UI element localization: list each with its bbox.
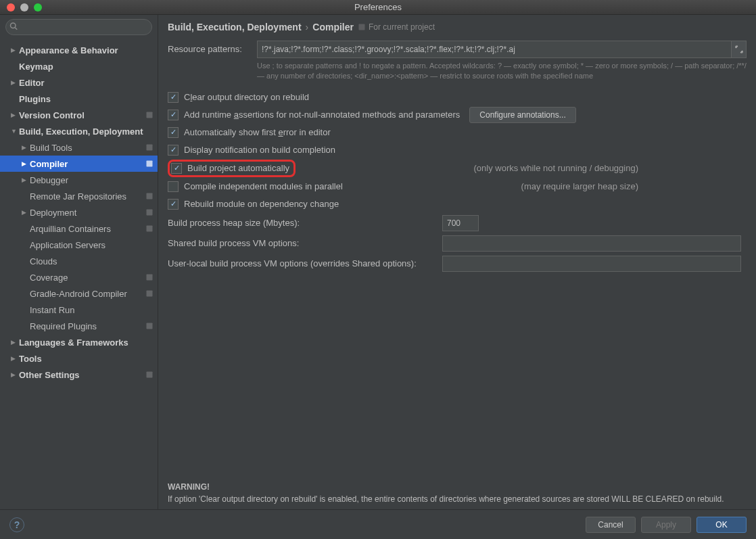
- sidebar-item-application-servers[interactable]: ▶Application Servers: [0, 237, 158, 253]
- user-vm-label: User-local build process VM options (ove…: [168, 258, 442, 268]
- chevron-right-icon: ▶: [11, 371, 19, 378]
- svg-point-0: [11, 23, 16, 28]
- user-vm-input[interactable]: [442, 256, 741, 272]
- compile-parallel-note: (may require larger heap size): [521, 181, 747, 191]
- sidebar-item-plugins[interactable]: ▶Plugins: [0, 91, 158, 107]
- chevron-right-icon: ▶: [11, 339, 19, 346]
- sidebar-item-label: Build, Execution, Deployment: [19, 126, 158, 137]
- sidebar-item-deployment[interactable]: ▶Deployment: [0, 204, 158, 220]
- sidebar-item-compiler[interactable]: ▶Compiler: [0, 156, 158, 172]
- sidebar-item-languages-frameworks[interactable]: ▶Languages & Frameworks: [0, 334, 158, 350]
- svg-line-1: [15, 28, 17, 30]
- display-notification-checkbox[interactable]: [168, 145, 179, 156]
- ok-button[interactable]: OK: [696, 517, 747, 533]
- sidebar-item-label: Build Tools: [30, 143, 145, 153]
- help-icon[interactable]: ?: [9, 517, 24, 532]
- project-scope-icon: [145, 192, 153, 200]
- titlebar: Preferences: [0, 0, 756, 15]
- project-icon: [358, 23, 366, 31]
- sidebar-item-label: Arquillian Containers: [30, 224, 145, 234]
- svg-rect-12: [358, 24, 364, 30]
- svg-rect-9: [147, 291, 153, 297]
- settings-sidebar: ▶Appearance & Behavior▶Keymap▶Editor▶Plu…: [0, 15, 158, 509]
- rebuild-dep-label: Rebuild module on dependency change: [184, 199, 339, 209]
- maximize-icon[interactable]: [34, 3, 42, 11]
- breadcrumb-item: Compiler: [312, 22, 354, 32]
- sidebar-item-label: Coverage: [30, 273, 145, 283]
- compile-parallel-checkbox[interactable]: [168, 181, 179, 192]
- sidebar-item-appearance-behavior[interactable]: ▶Appearance & Behavior: [0, 42, 158, 58]
- heap-size-input[interactable]: [442, 215, 479, 231]
- project-scope-icon: [145, 273, 153, 281]
- settings-tree: ▶Appearance & Behavior▶Keymap▶Editor▶Plu…: [0, 39, 158, 509]
- sidebar-item-debugger[interactable]: ▶Debugger: [0, 172, 158, 188]
- sidebar-item-build-tools[interactable]: ▶Build Tools: [0, 139, 158, 156]
- sidebar-item-label: Compiler: [30, 159, 145, 169]
- sidebar-item-version-control[interactable]: ▶Version Control: [0, 107, 158, 123]
- cancel-button[interactable]: Cancel: [586, 517, 636, 533]
- window-title: Preferences: [354, 2, 402, 12]
- breadcrumb-item[interactable]: Build, Execution, Deployment: [168, 22, 302, 32]
- chevron-right-icon: ▶: [22, 209, 30, 216]
- close-icon[interactable]: [7, 3, 15, 11]
- display-notification-label: Display notification on build completion: [184, 145, 335, 155]
- sidebar-item-gradle-android-compiler[interactable]: ▶Gradle-Android Compiler: [0, 285, 158, 302]
- project-scope-icon: [145, 208, 153, 216]
- sidebar-item-label: Clouds: [30, 256, 158, 266]
- sidebar-item-arquillian-containers[interactable]: ▶Arquillian Containers: [0, 220, 158, 237]
- resource-patterns-input[interactable]: [257, 41, 732, 58]
- project-scope-icon: [145, 225, 153, 233]
- minimize-icon[interactable]: [20, 3, 28, 11]
- sidebar-item-clouds[interactable]: ▶Clouds: [0, 253, 158, 269]
- sidebar-item-label: Keymap: [19, 62, 158, 72]
- sidebar-item-tools[interactable]: ▶Tools: [0, 350, 158, 367]
- rebuild-dep-checkbox[interactable]: [168, 199, 179, 210]
- search-icon: [9, 22, 18, 32]
- clear-output-label: Clear output directory on rebuild: [184, 92, 309, 102]
- sidebar-item-label: Remote Jar Repositories: [30, 191, 145, 202]
- chevron-right-icon: ▶: [22, 160, 30, 167]
- svg-rect-6: [147, 210, 153, 216]
- sidebar-item-label: Tools: [19, 354, 158, 364]
- chevron-down-icon: ▼: [11, 128, 19, 135]
- sidebar-item-label: Gradle-Android Compiler: [30, 289, 145, 299]
- sidebar-item-coverage[interactable]: ▶Coverage: [0, 269, 158, 285]
- sidebar-item-required-plugins[interactable]: ▶Required Plugins: [0, 318, 158, 334]
- auto-show-error-checkbox[interactable]: [168, 127, 179, 138]
- configure-annotations-button[interactable]: Configure annotations...: [469, 107, 575, 123]
- expand-field-button[interactable]: [732, 41, 747, 58]
- sidebar-item-remote-jar-repositories[interactable]: ▶Remote Jar Repositories: [0, 188, 158, 204]
- runtime-assertions-label: Add runtime assertions for not-null-anno…: [184, 110, 460, 120]
- sidebar-item-keymap[interactable]: ▶Keymap: [0, 58, 158, 74]
- svg-rect-8: [147, 275, 153, 281]
- chevron-right-icon: ▶: [22, 177, 30, 183]
- sidebar-item-label: Appearance & Behavior: [19, 45, 158, 55]
- runtime-assertions-checkbox[interactable]: [168, 110, 179, 120]
- sidebar-item-label: Required Plugins: [30, 321, 145, 331]
- resource-patterns-hint: Use ; to separate patterns and ! to nega…: [257, 61, 747, 82]
- dialog-button-bar: ? Cancel Apply OK: [0, 509, 756, 539]
- sidebar-item-other-settings[interactable]: ▶Other Settings: [0, 367, 158, 383]
- project-scope-icon: [145, 371, 153, 379]
- sidebar-item-label: Application Servers: [30, 240, 158, 250]
- svg-rect-7: [147, 226, 153, 232]
- clear-output-checkbox[interactable]: [168, 92, 179, 103]
- apply-button[interactable]: Apply: [641, 517, 691, 533]
- shared-vm-label: Shared build process VM options:: [168, 238, 442, 248]
- sidebar-item-label: Version Control: [19, 110, 145, 120]
- shared-vm-input[interactable]: [442, 235, 741, 252]
- build-automatically-checkbox[interactable]: [171, 163, 182, 174]
- sidebar-item-label: Editor: [19, 78, 158, 88]
- svg-rect-3: [147, 145, 153, 151]
- settings-search-input[interactable]: [5, 19, 152, 35]
- chevron-right-icon: ▶: [11, 112, 19, 118]
- chevron-right-icon: ▶: [11, 79, 19, 86]
- sidebar-item-label: Instant Run: [30, 305, 158, 315]
- compile-parallel-label: Compile independent modules in parallel: [184, 181, 343, 191]
- project-scope-icon: [145, 289, 153, 298]
- sidebar-item-instant-run[interactable]: ▶Instant Run: [0, 302, 158, 318]
- sidebar-item-editor[interactable]: ▶Editor: [0, 74, 158, 91]
- chevron-right-icon: ▶: [11, 355, 19, 362]
- sidebar-item-build-execution-deployment[interactable]: ▼Build, Execution, Deployment: [0, 123, 158, 139]
- svg-rect-10: [147, 323, 153, 329]
